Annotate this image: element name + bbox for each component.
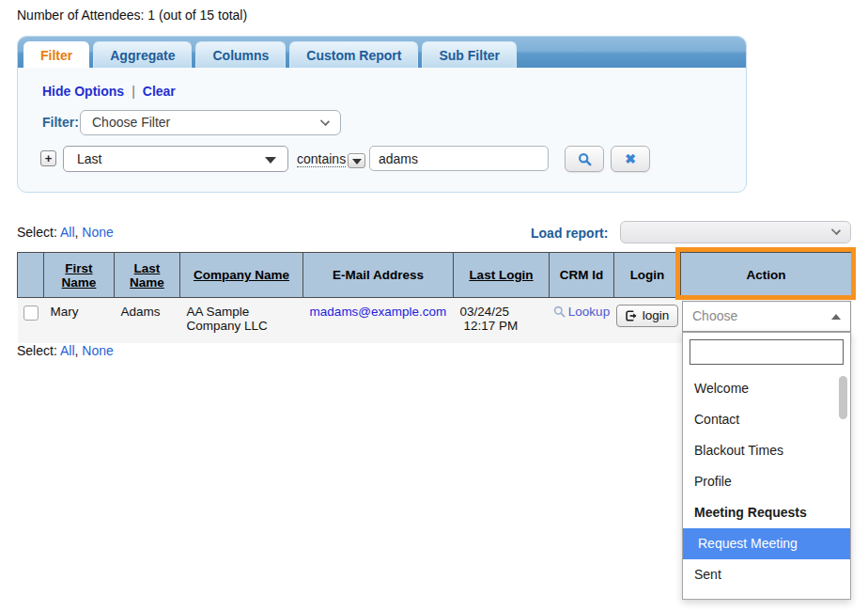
select-none-link[interactable]: None bbox=[82, 225, 113, 240]
add-filter-row-button[interactable]: + bbox=[40, 150, 56, 166]
load-report-label: Load report: bbox=[531, 226, 608, 241]
magnifier-icon bbox=[578, 152, 592, 166]
action-select[interactable]: Choose bbox=[682, 301, 851, 332]
filter-label: Filter: bbox=[42, 115, 79, 130]
login-button-label: login bbox=[643, 308, 670, 322]
x-icon: ✖ bbox=[625, 151, 636, 166]
run-search-button[interactable] bbox=[565, 146, 604, 172]
action-select-value: Choose bbox=[692, 308, 737, 323]
row-checkbox[interactable] bbox=[23, 306, 39, 321]
column-header-company-name[interactable]: Company Name bbox=[180, 253, 303, 298]
link-separator: | bbox=[124, 84, 143, 99]
column-header-login: Login bbox=[614, 253, 681, 298]
filter-value-input[interactable] bbox=[369, 146, 549, 171]
tab-filter[interactable]: Filter bbox=[23, 41, 89, 68]
dropdown-group-meeting-requests: Meeting Requests bbox=[683, 497, 850, 528]
dropdown-item-sent[interactable]: Sent bbox=[683, 559, 850, 590]
filter-field-select[interactable]: Last bbox=[63, 146, 288, 172]
dropdown-item-request-meeting[interactable]: Request Meeting bbox=[683, 528, 850, 559]
tab-columns[interactable]: Columns bbox=[195, 41, 286, 68]
select-label: Select: bbox=[17, 225, 57, 240]
magnifier-icon bbox=[553, 306, 566, 321]
select-none-link[interactable]: None bbox=[82, 343, 113, 358]
panel-links: Hide Options|Clear bbox=[42, 84, 176, 99]
triangle-down-icon bbox=[265, 157, 276, 164]
filter-operator-link[interactable]: contains bbox=[297, 151, 346, 167]
dropdown-item-profile[interactable]: Profile bbox=[683, 466, 850, 497]
action-dropdown-panel: Welcome Contact Blackout Times Profile M… bbox=[682, 332, 851, 600]
column-header-last-login[interactable]: Last Login bbox=[454, 253, 550, 298]
dropdown-search-input[interactable] bbox=[690, 339, 844, 365]
select-bar-bottom: Select: All, None bbox=[17, 343, 114, 358]
cell-first-name: Mary bbox=[44, 298, 115, 343]
column-header-email: E-Mail Address bbox=[303, 253, 454, 298]
dropdown-item-contact[interactable]: Contact bbox=[683, 404, 850, 435]
filter-field-value: Last bbox=[77, 151, 101, 166]
triangle-up-icon bbox=[831, 314, 841, 320]
clear-search-button[interactable]: ✖ bbox=[611, 146, 650, 172]
table-header-row: First Name Last Name Company Name E-Mail… bbox=[18, 253, 852, 298]
dropdown-list: Welcome Contact Blackout Times Profile M… bbox=[683, 373, 850, 590]
login-arrow-icon bbox=[625, 309, 638, 322]
choose-filter-select[interactable]: Choose Filter bbox=[80, 110, 341, 135]
cell-company: AA Sample Company LLC bbox=[180, 298, 303, 343]
chevron-down-icon bbox=[831, 226, 841, 235]
cell-last-login: 03/24/25 12:17 PM bbox=[454, 298, 550, 343]
select-all-link[interactable]: All bbox=[60, 225, 75, 240]
filter-panel: Filter Aggregate Columns Custom Report S… bbox=[17, 36, 747, 193]
last-login-time: 12:17 PM bbox=[460, 319, 550, 333]
tabs: Filter Aggregate Columns Custom Report S… bbox=[23, 41, 517, 68]
crm-lookup-link[interactable]: Lookup bbox=[568, 305, 610, 319]
tab-aggregate[interactable]: Aggregate bbox=[93, 41, 192, 68]
clear-link[interactable]: Clear bbox=[143, 84, 176, 99]
load-report-select[interactable] bbox=[620, 221, 851, 243]
column-header-last-name[interactable]: Last Name bbox=[115, 253, 180, 298]
select-all-link[interactable]: All bbox=[60, 343, 75, 358]
select-label: Select: bbox=[17, 343, 57, 358]
page: Number of Attendees: 1 (out of 15 total)… bbox=[0, 0, 868, 611]
comma: , bbox=[75, 225, 79, 240]
choose-filter-value: Choose Filter bbox=[92, 115, 170, 130]
tab-sub-filter[interactable]: Sub Filter bbox=[422, 41, 517, 68]
cell-last-name: Adams bbox=[115, 298, 180, 343]
email-link[interactable]: madams@example.com bbox=[310, 305, 447, 319]
last-login-date: 03/24/25 bbox=[460, 305, 550, 319]
hide-options-link[interactable]: Hide Options bbox=[42, 84, 124, 99]
tab-custom-report[interactable]: Custom Report bbox=[289, 41, 418, 68]
operator-dropdown-button[interactable] bbox=[348, 153, 365, 168]
attendee-count-summary: Number of Attendees: 1 (out of 15 total) bbox=[17, 8, 247, 23]
comma: , bbox=[75, 343, 79, 358]
column-header-first-name[interactable]: First Name bbox=[44, 253, 115, 298]
column-header-crm-id: CRM Id bbox=[550, 253, 614, 298]
triangle-down-icon bbox=[352, 159, 362, 164]
chevron-down-icon bbox=[320, 117, 330, 126]
column-header-action: Action bbox=[681, 253, 852, 298]
dropdown-item-blackout-times[interactable]: Blackout Times bbox=[683, 435, 850, 466]
select-bar-top: Select: All, None bbox=[17, 225, 114, 240]
dropdown-scrollbar[interactable] bbox=[839, 376, 847, 419]
login-as-user-button[interactable]: login bbox=[616, 305, 679, 327]
column-header-checkbox bbox=[18, 253, 44, 298]
dropdown-item-welcome[interactable]: Welcome bbox=[683, 373, 850, 404]
